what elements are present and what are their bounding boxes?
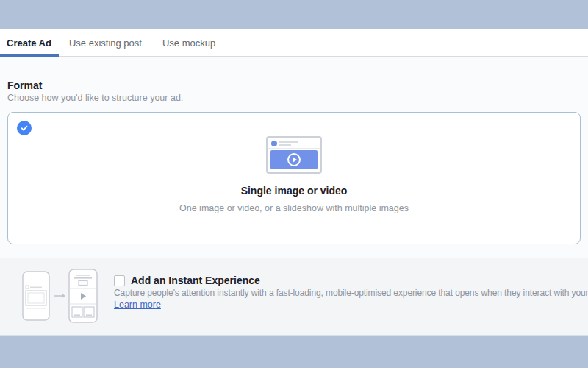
play-icon — [287, 153, 301, 166]
format-option-single-image-or-video[interactable]: Single image or video One image or video… — [7, 112, 581, 244]
bottom-chrome-bar — [0, 335, 588, 368]
post-divider — [268, 148, 320, 149]
instant-experience-label[interactable]: Add an Instant Experience — [131, 275, 260, 286]
video-placeholder — [270, 150, 318, 169]
check-circle-icon — [17, 121, 32, 135]
tab-use-existing-post[interactable]: Use existing post — [59, 29, 152, 56]
top-chrome-bar — [0, 0, 588, 29]
tab-create-ad[interactable]: Create Ad — [0, 29, 59, 56]
tab-bar: Create Ad Use existing post Use mockup — [0, 29, 588, 57]
play-triangle — [293, 157, 297, 163]
format-subheading: Choose how you'd like to structure your … — [7, 93, 183, 103]
single-image-video-illustration — [266, 136, 322, 174]
instant-experience-checkbox[interactable] — [114, 275, 125, 286]
post-text-line — [279, 144, 291, 146]
format-option-title: Single image or video — [241, 185, 348, 197]
format-option-description: One image or video, or a slideshow with … — [179, 203, 409, 213]
format-section: Format Choose how you'd like to structur… — [0, 57, 588, 258]
post-text-line — [279, 141, 298, 143]
instant-experience-description: Capture people's attention instantly wit… — [114, 288, 584, 298]
instant-experience-section: Add an Instant Experience Capture people… — [0, 258, 588, 335]
format-heading: Format — [7, 79, 42, 91]
tab-use-mockup[interactable]: Use mockup — [152, 29, 226, 56]
post-avatar-icon — [271, 141, 277, 146]
learn-more-link[interactable]: Learn more — [114, 300, 161, 310]
phones-arrow-illustration — [21, 268, 101, 325]
